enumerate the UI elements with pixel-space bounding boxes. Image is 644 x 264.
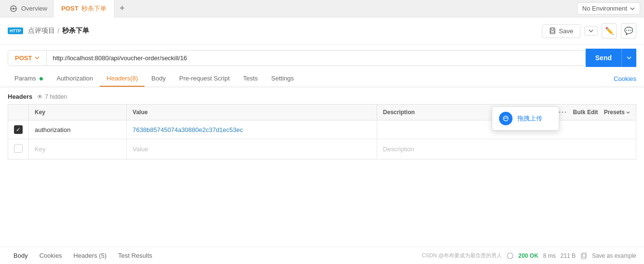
hidden-badge: 👁 7 hidden	[37, 93, 67, 100]
settings-tab[interactable]: Settings	[264, 71, 301, 87]
upload-label: 拖拽上传	[517, 114, 542, 123]
watermark: CSDN @布布要成为最负责的男人	[422, 252, 502, 259]
header-actions: Save ✏️ 💬	[542, 23, 636, 39]
hidden-count: 7 hidden	[45, 93, 67, 100]
cookies-link[interactable]: Cookies	[614, 75, 636, 82]
tests-label: Tests	[243, 75, 258, 82]
empty-description-cell[interactable]: Description	[377, 139, 636, 159]
headers-count: (8)	[130, 75, 138, 82]
edit-button[interactable]: ✏️	[602, 23, 617, 39]
method-chevron-icon	[35, 56, 39, 59]
headers-section-title: Headers 👁 7 hidden	[8, 93, 636, 100]
status-ok: 200 OK	[518, 252, 538, 259]
send-chevron-icon	[627, 56, 631, 59]
bottom-test-results-tab[interactable]: Test Results	[112, 248, 158, 263]
save-chevron-icon	[589, 29, 593, 32]
send-button[interactable]: Send	[586, 49, 621, 67]
env-label: No Environment	[582, 5, 627, 12]
pre-request-label: Pre-request Script	[179, 75, 230, 82]
send-dropdown-toggle[interactable]	[621, 49, 636, 67]
tests-tab[interactable]: Tests	[237, 71, 264, 87]
request-tabs: Params Authorization Headers(8) Body Pre…	[0, 71, 644, 87]
presets-chevron-icon	[626, 111, 630, 114]
th-checkbox	[8, 105, 29, 120]
response-time: 8 ms	[543, 252, 556, 259]
upload-option[interactable]: 拖拽上传	[492, 107, 559, 130]
eye-icon: 👁	[37, 93, 43, 100]
send-dropdown-popup: 拖拽上传	[492, 106, 559, 131]
svg-point-8	[507, 253, 513, 259]
breadcrumb-separator: /	[58, 27, 60, 35]
http-badge: HTTP	[8, 27, 23, 34]
svg-rect-6	[551, 31, 554, 33]
method-selector[interactable]: POST	[8, 51, 47, 66]
request-header-bar: HTTP 点评项目 / 秒杀下单 Save ✏️ 💬	[0, 17, 644, 45]
request-tab[interactable]: POST 秒杀下单	[53, 0, 114, 17]
globe-icon	[507, 252, 513, 259]
edit-icon: ✏️	[605, 26, 614, 35]
svg-point-7	[503, 116, 508, 121]
send-label: Send	[595, 54, 612, 62]
table-row-empty: Key Value Description	[8, 139, 636, 159]
authorization-tab[interactable]: Authorization	[50, 71, 100, 87]
copy-icon	[580, 252, 587, 259]
bottom-tabs: Body Cookies Headers (5) Test Results CS…	[0, 247, 644, 264]
params-tab[interactable]: Params	[8, 71, 50, 87]
pre-request-tab[interactable]: Pre-request Script	[172, 71, 237, 87]
empty-value-cell[interactable]: Value	[127, 139, 377, 159]
add-tab-icon: +	[119, 3, 125, 13]
breadcrumb: 点评项目 / 秒杀下单	[28, 26, 90, 35]
tab-method: POST	[61, 5, 78, 12]
comment-icon: 💬	[624, 26, 633, 35]
more-options-icon[interactable]: ···	[559, 108, 567, 116]
row-checkbox-cell[interactable]: ✓	[8, 120, 29, 139]
add-tab-button[interactable]: +	[115, 0, 130, 17]
url-bar: POST	[8, 50, 586, 66]
row-value-cell[interactable]: 7638b85745074a30880e2c37d1ec53ec	[127, 120, 377, 139]
checkbox-unchecked	[14, 144, 23, 153]
headers-tab[interactable]: Headers(8)	[100, 71, 145, 87]
environment-selector[interactable]: No Environment	[577, 2, 640, 14]
params-dot	[39, 77, 43, 80]
save-icon	[549, 27, 556, 34]
settings-label: Settings	[271, 75, 294, 82]
presets-button[interactable]: Presets	[604, 109, 630, 116]
overview-tab[interactable]: Overview	[4, 5, 53, 13]
method-label: POST	[15, 54, 32, 62]
svg-point-1	[13, 8, 14, 10]
checkbox-checked: ✓	[14, 125, 23, 134]
bottom-headers-tab[interactable]: Headers (5)	[68, 248, 113, 263]
save-label: Save	[559, 27, 573, 35]
body-tab[interactable]: Body	[145, 71, 172, 87]
comment-button[interactable]: 💬	[621, 23, 636, 39]
empty-checkbox-cell[interactable]	[8, 139, 29, 159]
breadcrumb-parent: 点评项目	[28, 26, 55, 35]
tab-name: 秒杀下单	[81, 4, 106, 13]
empty-key-cell[interactable]: Key	[29, 139, 127, 159]
params-label: Params	[14, 75, 36, 82]
th-value: Value	[127, 105, 377, 120]
th-key: Key	[29, 105, 127, 120]
headers-title: Headers	[8, 93, 32, 100]
save-dropdown-button[interactable]	[584, 26, 598, 36]
status-bar: CSDN @布布要成为最负责的男人 200 OK 8 ms 211 B Save…	[422, 252, 636, 259]
svg-rect-9	[581, 254, 586, 259]
overview-label: Overview	[21, 5, 47, 12]
bottom-body-tab[interactable]: Body	[8, 248, 34, 263]
bottom-cookies-tab[interactable]: Cookies	[34, 248, 68, 263]
upload-icon	[499, 112, 513, 125]
chevron-down-icon	[630, 7, 635, 10]
row-key-cell[interactable]: authorization	[29, 120, 127, 139]
save-example[interactable]: Save as example	[592, 252, 636, 259]
bulk-edit-button[interactable]: Bulk Edit	[573, 109, 598, 116]
svg-rect-5	[551, 28, 554, 30]
breadcrumb-current: 秒杀下单	[62, 26, 89, 35]
url-input[interactable]	[47, 51, 585, 66]
save-button[interactable]: Save	[542, 24, 580, 38]
send-button-group: Send	[586, 49, 636, 67]
authorization-label: Authorization	[56, 75, 93, 82]
body-label: Body	[151, 75, 166, 82]
headers-label: Headers	[106, 75, 130, 82]
response-size: 211 B	[561, 252, 576, 259]
